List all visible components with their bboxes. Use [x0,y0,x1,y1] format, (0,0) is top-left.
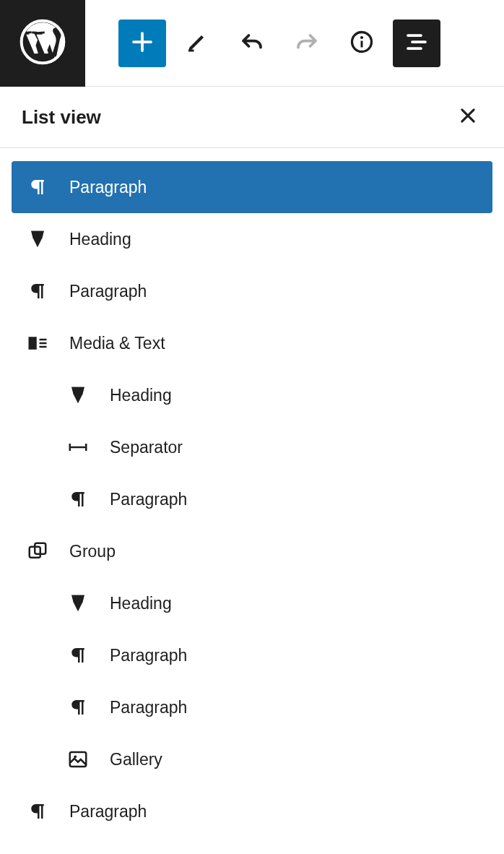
block-item-paragraph[interactable]: Paragraph [12,265,492,317]
block-item-heading[interactable]: Heading [12,369,492,421]
separator-icon [66,436,90,459]
paragraph-icon [66,696,90,719]
edit-tools-button[interactable] [173,20,221,67]
block-list: ParagraphHeadingParagraphMedia & TextHea… [0,148,504,837]
block-item-label: Heading [110,594,172,613]
block-item-label: Paragraph [110,490,187,509]
wordpress-logo-button[interactable] [0,0,85,87]
block-item-heading[interactable]: Heading [12,213,492,265]
group-icon [26,540,49,563]
paragraph-icon [26,800,49,823]
list-view-toggle-button[interactable] [393,20,440,67]
heading-icon [66,384,90,407]
redo-button[interactable] [283,20,331,67]
block-item-label: Heading [110,386,172,405]
panel-title: List view [22,106,101,129]
paragraph-icon [66,644,90,667]
plus-icon [129,29,155,58]
editor-toolbar [85,20,440,67]
block-item-label: Paragraph [69,178,147,197]
block-item-label: Paragraph [69,282,147,301]
svg-point-2 [360,35,363,38]
block-item-paragraph[interactable]: Paragraph [12,681,492,733]
wordpress-icon [19,19,66,68]
block-item-paragraph[interactable]: Paragraph [12,785,492,837]
block-item-gallery[interactable]: Gallery [12,733,492,785]
list-view-panel-header: List view [0,87,504,148]
block-item-media-text[interactable]: Media & Text [12,317,492,369]
block-item-paragraph[interactable]: Paragraph [12,161,492,213]
block-item-label: Paragraph [110,646,187,665]
block-item-paragraph[interactable]: Paragraph [12,629,492,681]
heading-icon [26,228,49,251]
block-item-heading[interactable]: Heading [12,577,492,629]
info-icon [349,29,375,58]
paragraph-icon [26,176,49,199]
paragraph-icon [66,488,90,511]
block-item-label: Separator [110,438,183,457]
paragraph-icon [26,280,49,303]
redo-icon [294,29,320,58]
gallery-icon [66,748,90,771]
block-item-label: Group [69,542,116,561]
undo-button[interactable] [228,20,276,67]
details-button[interactable] [338,20,386,67]
block-item-separator[interactable]: Separator [12,421,492,473]
block-item-label: Paragraph [110,698,187,717]
svg-rect-3 [361,40,363,47]
block-item-label: Media & Text [69,334,165,353]
block-item-label: Heading [69,230,131,249]
close-panel-button[interactable] [453,103,482,131]
undo-icon [239,29,265,58]
block-item-label: Gallery [110,750,162,769]
pencil-icon [184,29,210,58]
block-item-paragraph[interactable]: Paragraph [12,473,492,525]
block-item-label: Paragraph [69,802,147,821]
add-block-button[interactable] [118,20,166,67]
list-view-icon [404,29,430,58]
heading-icon [66,592,90,615]
editor-topbar [0,0,504,87]
close-icon [458,105,478,129]
block-item-group[interactable]: Group [12,525,492,577]
media-text-icon [26,332,49,355]
